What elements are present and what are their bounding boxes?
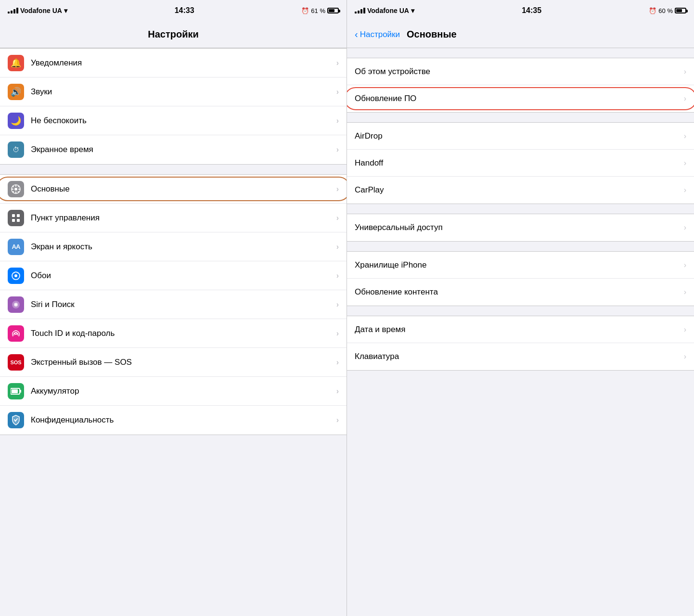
row-privacy[interactable]: Конфиденциальность ›	[0, 406, 347, 435]
right-battery-pct: 60 %	[658, 7, 673, 14]
chevron-icon: ›	[336, 358, 339, 367]
back-button[interactable]: ‹ Настройки	[355, 29, 400, 40]
row-battery[interactable]: Аккумулятор ›	[0, 377, 347, 406]
row-carplay[interactable]: CarPlay ›	[347, 177, 694, 204]
right-group-5: Дата и время › Клавиатура ›	[347, 316, 694, 371]
row-display[interactable]: AA Экран и яркость ›	[0, 232, 347, 261]
control-label: Пункт управления	[31, 213, 336, 223]
svg-rect-21	[12, 389, 18, 393]
siri-label: Siri и Поиск	[31, 300, 336, 309]
chevron-icon: ›	[336, 88, 339, 96]
screentime-icon: ⏱	[8, 141, 24, 158]
left-settings-list: 🔔 Уведомления › 🔊 Звуки › 🌙 Не беспокоит…	[0, 48, 347, 616]
carplay-label: CarPlay	[355, 185, 684, 195]
chevron-icon: ›	[336, 214, 339, 222]
row-donotdisturb[interactable]: 🌙 Не беспокоить ›	[0, 106, 347, 135]
svg-line-7	[18, 191, 19, 192]
row-softwareupdate[interactable]: Обновление ПО ›	[347, 85, 694, 112]
siri-icon	[8, 296, 24, 313]
chevron-icon: ›	[684, 159, 686, 167]
right-nav-header: ‹ Настройки Основные	[347, 21, 694, 48]
back-label: Настройки	[360, 30, 400, 39]
row-general[interactable]: Основные ›	[0, 175, 347, 204]
left-title: Настройки	[148, 29, 199, 40]
softwareupdate-label: Обновление ПО	[355, 94, 684, 103]
signal-icon	[355, 8, 365, 13]
privacy-label: Конфиденциальность	[31, 415, 336, 425]
row-sos[interactable]: SOS Экстренный вызов — SOS ›	[0, 348, 347, 377]
sounds-label: Звуки	[31, 87, 336, 97]
chevron-icon: ›	[684, 132, 686, 141]
touchid-icon	[8, 325, 24, 342]
svg-rect-11	[17, 214, 20, 217]
chevron-icon: ›	[336, 185, 339, 193]
right-time: 14:35	[522, 6, 541, 15]
row-sounds[interactable]: 🔊 Звуки ›	[0, 77, 347, 106]
svg-line-6	[13, 186, 14, 187]
svg-rect-10	[12, 214, 15, 217]
row-bgrefresh[interactable]: Обновление контента ›	[347, 279, 694, 306]
touchid-label: Touch ID и код-пароль	[31, 329, 336, 338]
control-icon	[8, 210, 24, 226]
iphonestg-label: Хранилище iPhone	[355, 260, 684, 270]
chevron-icon: ›	[336, 243, 339, 251]
row-siri[interactable]: Siri и Поиск ›	[0, 290, 347, 319]
chevron-icon: ›	[684, 67, 686, 76]
left-battery-clock: ⏰	[301, 7, 309, 14]
row-datetime[interactable]: Дата и время ›	[347, 316, 694, 343]
row-handoff[interactable]: Handoff ›	[347, 150, 694, 177]
row-wallpaper[interactable]: Обои ›	[0, 261, 347, 290]
left-battery-pct: 61 %	[311, 7, 325, 14]
row-accessibility[interactable]: Универсальный доступ ›	[347, 214, 694, 241]
donotdisturb-icon: 🌙	[8, 113, 24, 129]
chevron-icon: ›	[684, 288, 686, 296]
battery-label: Аккумулятор	[31, 386, 336, 396]
settings-group-1: 🔔 Уведомления › 🔊 Звуки › 🌙 Не беспокоит…	[0, 48, 347, 165]
svg-rect-12	[12, 219, 15, 222]
chevron-icon: ›	[336, 416, 339, 424]
sos-icon: SOS	[8, 354, 24, 371]
row-screentime[interactable]: ⏱ Экранное время ›	[0, 135, 347, 164]
chevron-icon: ›	[684, 261, 686, 270]
sos-label: Экстренный вызов — SOS	[31, 358, 336, 367]
battery-row-icon	[8, 383, 24, 399]
wifi-icon: ▾	[411, 7, 414, 14]
svg-rect-13	[17, 219, 20, 222]
about-label: Об этом устройстве	[355, 67, 684, 77]
handoff-label: Handoff	[355, 158, 684, 168]
row-control[interactable]: Пункт управления ›	[0, 204, 347, 232]
left-carrier: Vodafone UA ▾	[8, 7, 67, 14]
right-carrier: Vodafone UA ▾	[355, 7, 414, 14]
chevron-icon: ›	[684, 325, 686, 334]
right-group-4: Хранилище iPhone › Обновление контента ›	[347, 251, 694, 306]
general-label: Основные	[31, 184, 336, 194]
row-about[interactable]: Об этом устройстве ›	[347, 58, 694, 85]
svg-line-9	[13, 191, 14, 192]
right-group-1: Об этом устройстве › Обновление ПО ›	[347, 58, 694, 113]
right-group-2: AirDrop › Handoff › CarPlay ›	[347, 122, 694, 204]
right-carrier-name: Vodafone UA	[367, 7, 409, 14]
row-touchid[interactable]: Touch ID и код-пароль ›	[0, 319, 347, 348]
keyboard-label: Клавиатура	[355, 352, 684, 361]
display-icon: AA	[8, 239, 24, 255]
bgrefresh-label: Обновление контента	[355, 287, 684, 297]
chevron-icon: ›	[336, 329, 339, 338]
left-panel: Vodafone UA ▾ 14:33 ⏰ 61 % Настройки 🔔 У…	[0, 0, 347, 616]
chevron-icon: ›	[336, 145, 339, 154]
row-keyboard[interactable]: Клавиатура ›	[347, 343, 694, 370]
notifications-icon: 🔔	[8, 55, 24, 71]
chevron-icon: ›	[336, 387, 339, 396]
chevron-icon: ›	[684, 223, 686, 232]
right-status-bar: Vodafone UA ▾ 14:35 ⏰ 60 %	[347, 0, 694, 21]
chevron-icon: ›	[684, 94, 686, 103]
row-iphonestg[interactable]: Хранилище iPhone ›	[347, 252, 694, 279]
row-notifications[interactable]: 🔔 Уведомления ›	[0, 49, 347, 77]
right-title: Основные	[407, 29, 457, 40]
wifi-icon: ▾	[64, 7, 67, 14]
left-status-bar: Vodafone UA ▾ 14:33 ⏰ 61 %	[0, 0, 347, 21]
datetime-label: Дата и время	[355, 325, 684, 334]
row-airdrop[interactable]: AirDrop ›	[347, 123, 694, 150]
chevron-icon: ›	[336, 116, 339, 125]
chevron-icon: ›	[336, 271, 339, 280]
chevron-icon: ›	[336, 300, 339, 309]
